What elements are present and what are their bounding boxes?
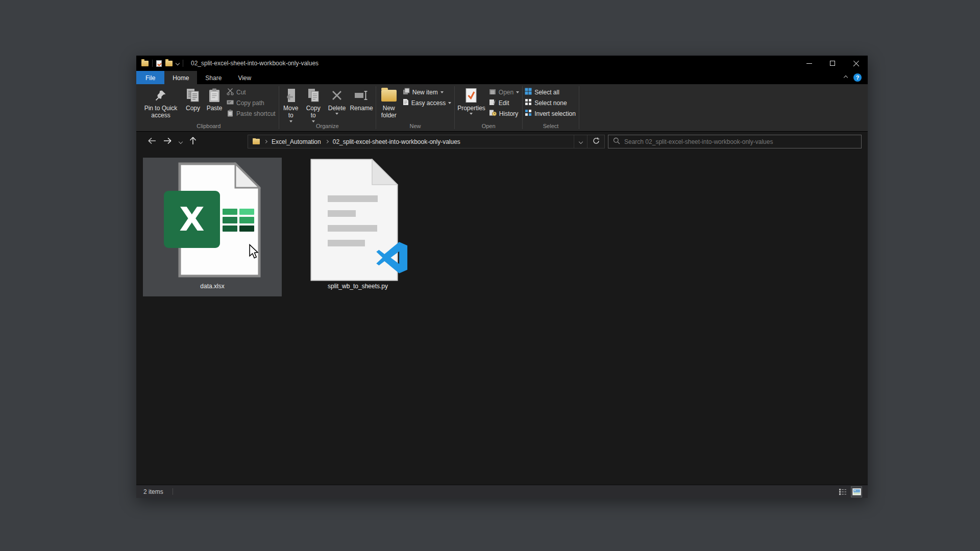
button-label: Select all bbox=[534, 89, 559, 96]
minimize-ribbon-icon[interactable] bbox=[844, 76, 848, 80]
qat-new-folder-icon[interactable] bbox=[165, 61, 173, 66]
select-none-button[interactable]: Select none bbox=[525, 98, 576, 107]
refresh-icon bbox=[593, 137, 600, 146]
search-input[interactable] bbox=[624, 138, 856, 145]
new-folder-button[interactable]: New folder bbox=[377, 86, 401, 119]
vscode-logo-icon bbox=[376, 241, 408, 274]
button-label: Pin to Quick access bbox=[141, 105, 180, 119]
window-title: 02_split-excel-sheet-into-workbook-only-… bbox=[191, 60, 318, 67]
cut-button[interactable]: Cut bbox=[227, 88, 276, 96]
button-label: Cut bbox=[236, 89, 246, 96]
forward-button[interactable] bbox=[163, 137, 172, 146]
history-button[interactable]: History bbox=[489, 109, 519, 118]
button-label: Copy bbox=[186, 105, 200, 112]
chevron-down-icon bbox=[440, 91, 444, 93]
status-divider bbox=[173, 488, 173, 495]
move-to-button[interactable]: Move to bbox=[280, 86, 302, 122]
maximize-icon bbox=[830, 61, 835, 66]
refresh-button[interactable] bbox=[587, 135, 604, 148]
title-bar: 02_split-excel-sheet-into-workbook-only-… bbox=[136, 56, 868, 71]
button-label: Invert selection bbox=[534, 110, 576, 117]
invert-selection-icon bbox=[525, 109, 532, 118]
toolbar-divider bbox=[152, 60, 153, 67]
search-icon bbox=[613, 137, 620, 146]
paste-shortcut-button[interactable]: Paste shortcut bbox=[227, 109, 276, 118]
history-icon bbox=[489, 109, 497, 118]
tab-view[interactable]: View bbox=[230, 71, 259, 84]
breadcrumb-separator-icon bbox=[325, 140, 329, 143]
recent-locations-chevron-icon[interactable] bbox=[179, 139, 183, 143]
button-label: Select none bbox=[534, 99, 567, 107]
group-label-clipboard: Clipboard bbox=[139, 122, 278, 131]
group-label-organize: Organize bbox=[280, 122, 375, 131]
ribbon-group-organize: Move to Copy to Delete bbox=[280, 84, 375, 131]
delete-button[interactable]: Delete bbox=[326, 86, 348, 115]
easy-access-button[interactable]: Easy access bbox=[403, 98, 451, 107]
qat-properties-icon[interactable] bbox=[156, 60, 162, 67]
button-label: Copy path bbox=[236, 99, 264, 107]
view-switcher bbox=[838, 487, 862, 497]
open-small-buttons: Open Edit History bbox=[487, 86, 522, 118]
minimize-button[interactable] bbox=[797, 56, 821, 71]
clipboard-small-buttons: Cut Copy path Paste shortcut bbox=[225, 86, 278, 118]
group-label-open: Open bbox=[455, 122, 522, 131]
ribbon-divider bbox=[454, 86, 455, 129]
button-label: Edit bbox=[499, 99, 509, 107]
help-icon[interactable]: ? bbox=[853, 73, 862, 82]
button-label: New folder bbox=[379, 105, 399, 119]
details-view-button[interactable] bbox=[838, 487, 848, 497]
address-bar[interactable]: Excel_Automation 02_split-excel-sheet-in… bbox=[248, 135, 605, 148]
properties-button[interactable]: Properties bbox=[455, 86, 487, 115]
cut-icon bbox=[227, 88, 234, 97]
window-controls bbox=[797, 56, 868, 71]
select-all-button[interactable]: Select all bbox=[525, 88, 576, 96]
back-button[interactable] bbox=[148, 137, 156, 146]
python-file-icon bbox=[288, 158, 427, 282]
button-label: Open bbox=[499, 89, 513, 96]
tab-file[interactable]: File bbox=[136, 71, 164, 84]
excel-logo-badge: X bbox=[164, 191, 220, 248]
file-tile-data-xlsx[interactable]: X data.xlsx bbox=[143, 158, 282, 296]
breadcrumb-item-root[interactable]: Excel_Automation bbox=[272, 138, 321, 145]
copy-to-icon bbox=[306, 88, 321, 103]
large-icons-view-button[interactable] bbox=[851, 487, 862, 497]
button-label: Properties bbox=[457, 105, 485, 112]
ribbon-divider bbox=[522, 86, 523, 129]
quick-access-toolbar bbox=[136, 60, 186, 67]
address-dropdown-button[interactable] bbox=[574, 135, 587, 148]
copy-button[interactable]: Copy bbox=[182, 86, 204, 112]
tab-share[interactable]: Share bbox=[197, 71, 230, 84]
ribbon-group-open: Properties Open Edi bbox=[455, 84, 522, 131]
file-explorer-window: 02_split-excel-sheet-into-workbook-only-… bbox=[136, 56, 868, 498]
ribbon-divider bbox=[279, 86, 279, 129]
copy-icon bbox=[186, 88, 200, 103]
group-label-select: Select bbox=[523, 122, 578, 131]
paste-icon bbox=[208, 88, 221, 103]
mouse-cursor-icon bbox=[249, 244, 259, 259]
paste-shortcut-icon bbox=[227, 109, 234, 118]
nav-arrows bbox=[136, 136, 248, 147]
folder-icon bbox=[253, 139, 260, 144]
new-item-button[interactable]: New item bbox=[403, 88, 451, 96]
pin-icon bbox=[155, 88, 167, 103]
button-label: Rename bbox=[350, 105, 373, 112]
copy-to-button[interactable]: Copy to bbox=[302, 86, 325, 122]
button-label: Delete bbox=[328, 105, 346, 112]
pin-to-quick-access-button[interactable]: Pin to Quick access bbox=[139, 86, 182, 119]
open-button[interactable]: Open bbox=[489, 88, 519, 96]
file-list-area[interactable]: X data.xlsx bbox=[136, 152, 868, 485]
rename-button[interactable]: Rename bbox=[348, 86, 375, 112]
paste-button[interactable]: Paste bbox=[204, 86, 225, 112]
invert-selection-button[interactable]: Invert selection bbox=[525, 109, 576, 118]
status-bar: 2 items bbox=[136, 485, 868, 498]
search-box[interactable] bbox=[608, 135, 862, 148]
qat-customize-chevron-icon[interactable] bbox=[176, 61, 180, 65]
tab-home[interactable]: Home bbox=[164, 71, 197, 84]
up-button[interactable] bbox=[189, 136, 197, 147]
edit-button[interactable]: Edit bbox=[489, 98, 519, 107]
breadcrumb-item-current[interactable]: 02_split-excel-sheet-into-workbook-only-… bbox=[333, 138, 460, 145]
copy-path-button[interactable]: Copy path bbox=[227, 98, 276, 107]
maximize-button[interactable] bbox=[821, 56, 844, 71]
file-tile-split-wb-to-sheets-py[interactable]: split_wb_to_sheets.py bbox=[288, 158, 427, 296]
close-button[interactable] bbox=[844, 56, 868, 71]
